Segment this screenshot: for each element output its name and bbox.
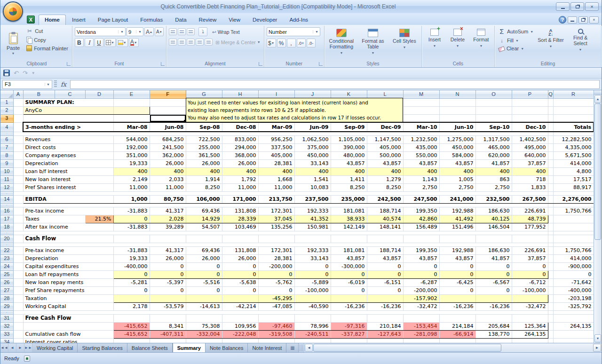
cell[interactable]: -31,883 xyxy=(113,223,150,231)
last-sheet-button[interactable]: ►► xyxy=(24,343,32,352)
cell[interactable]: 38,933 xyxy=(331,215,367,223)
cell[interactable] xyxy=(512,338,548,343)
cell[interactable]: -14,613 xyxy=(186,302,222,310)
cell[interactable]: 188,714 xyxy=(367,207,403,215)
cell-total[interactable] xyxy=(553,314,594,322)
cell[interactable] xyxy=(13,167,23,175)
cell-total[interactable]: 414,000 xyxy=(553,254,594,262)
cell[interactable]: 264,135 xyxy=(512,330,548,338)
cell[interactable]: 43,857 xyxy=(403,254,439,262)
ribbon-tab-developer[interactable]: Developer xyxy=(246,15,283,25)
cell[interactable]: 43,857 xyxy=(367,159,403,167)
cell[interactable]: 1,541 xyxy=(294,175,331,183)
cell[interactable] xyxy=(13,314,23,322)
cell[interactable] xyxy=(13,203,548,207)
cell-label-loan-b-f-interest[interactable]: Loan b/f interest xyxy=(23,167,113,175)
cell[interactable] xyxy=(150,314,186,322)
cell[interactable] xyxy=(548,143,553,151)
cell[interactable] xyxy=(548,175,553,183)
cell[interactable]: 2,033 xyxy=(150,175,186,183)
cell[interactable]: 1,411 xyxy=(331,175,367,183)
vertical-scrollbar[interactable]: ▲ ▼ xyxy=(594,90,602,343)
cell[interactable]: 210,184 xyxy=(367,322,403,330)
cell[interactable]: 0 xyxy=(222,262,258,270)
copy-button[interactable]: Copy xyxy=(25,36,70,43)
row-header-9[interactable]: 9 xyxy=(0,159,13,167)
cell[interactable] xyxy=(186,314,222,322)
cell[interactable] xyxy=(13,151,23,159)
cell[interactable]: 1,914 xyxy=(186,175,222,183)
cell[interactable]: 722,500 xyxy=(186,135,222,143)
format-cells-button[interactable]: Format ▼ xyxy=(470,27,492,60)
row-header-5[interactable]: 5 xyxy=(0,132,13,135)
save-button[interactable] xyxy=(3,70,10,76)
cell[interactable] xyxy=(475,338,512,343)
cell[interactable]: 247,500 xyxy=(403,195,439,203)
insert-worksheet-button[interactable]: ▦ xyxy=(286,343,299,352)
cell[interactable]: 405,000 xyxy=(258,151,294,159)
cell[interactable]: 362,000 xyxy=(150,151,186,159)
cell[interactable]: 125,364 xyxy=(512,322,548,330)
cell[interactable] xyxy=(548,302,553,310)
cell[interactable]: -200,000 xyxy=(258,262,294,270)
cell-month-header[interactable]: Sep-08 xyxy=(186,122,222,132)
cell[interactable]: 400 xyxy=(512,167,548,175)
cell[interactable]: 232,500 xyxy=(475,195,512,203)
cell[interactable] xyxy=(258,338,294,343)
cell[interactable]: -415,652 xyxy=(113,322,150,330)
cell[interactable]: 450,000 xyxy=(294,151,331,159)
cell[interactable] xyxy=(222,338,258,343)
insert-cells-button[interactable]: Insert ▼ xyxy=(424,27,445,60)
ribbon-tab-review[interactable]: Review xyxy=(193,15,223,25)
cell[interactable]: -337,827 xyxy=(331,330,367,338)
cell[interactable]: 11,000 xyxy=(150,183,186,191)
undo-button[interactable]: ↶ xyxy=(14,70,19,77)
cell[interactable]: 400 xyxy=(439,167,475,175)
vertical-scroll-track[interactable] xyxy=(594,240,602,334)
cell[interactable] xyxy=(439,314,475,322)
cell[interactable]: 8,250 xyxy=(367,183,403,191)
cell[interactable]: 1,792 xyxy=(222,175,258,183)
cell[interactable]: -16,236 xyxy=(439,302,475,310)
cell[interactable]: 0 xyxy=(475,262,512,270)
cell[interactable]: 226,691 xyxy=(512,246,548,254)
cell[interactable]: 43,857 xyxy=(403,159,439,167)
cell[interactable] xyxy=(548,314,553,322)
cell[interactable] xyxy=(475,294,512,302)
cell[interactable]: 26,000 xyxy=(186,254,222,262)
doc-minimize-button[interactable] xyxy=(568,16,577,24)
cell[interactable]: 1,147,500 xyxy=(367,135,403,143)
cell[interactable]: -6,712 xyxy=(512,278,548,286)
cell[interactable]: 11,000 xyxy=(113,183,150,191)
cell[interactable] xyxy=(548,203,553,207)
cell[interactable]: 0 xyxy=(367,286,403,294)
cell[interactable]: -16,236 xyxy=(367,302,403,310)
cell[interactable]: 400 xyxy=(113,167,150,175)
cell[interactable]: 584,000 xyxy=(439,151,475,159)
cell[interactable]: -300,000 xyxy=(331,262,367,270)
cell[interactable]: 172,301 xyxy=(258,246,294,254)
cell-label-pref-shares-interest[interactable]: Pref Shares interest xyxy=(23,183,113,191)
cell[interactable]: -32,472 xyxy=(403,302,439,310)
cell-total[interactable] xyxy=(553,114,594,122)
cell[interactable]: -157,902 xyxy=(403,294,439,302)
cell[interactable]: -31,883 xyxy=(113,207,150,215)
cell[interactable]: 0 xyxy=(331,286,367,294)
cell[interactable]: 400 xyxy=(403,167,439,175)
cell[interactable] xyxy=(548,195,553,203)
column-header-G[interactable]: G xyxy=(186,90,222,98)
cell[interactable]: 241,000 xyxy=(439,195,475,203)
cell[interactable]: 1,275,000 xyxy=(439,135,475,143)
cell[interactable]: 0 xyxy=(439,286,475,294)
cell[interactable] xyxy=(548,235,553,243)
cell[interactable] xyxy=(548,338,553,343)
first-sheet-button[interactable]: ◄◄ xyxy=(0,343,8,352)
align-right-icon[interactable] xyxy=(187,39,195,46)
cell[interactable] xyxy=(13,310,548,314)
cell[interactable]: 188,714 xyxy=(367,246,403,254)
cell[interactable]: 0 xyxy=(258,270,294,278)
cell[interactable]: -6,425 xyxy=(439,278,475,286)
cell[interactable] xyxy=(222,235,258,243)
row-header-15[interactable]: 15 xyxy=(0,203,13,207)
cell-label-pref-share-repayments[interactable]: Pref Share repayments xyxy=(23,286,113,294)
